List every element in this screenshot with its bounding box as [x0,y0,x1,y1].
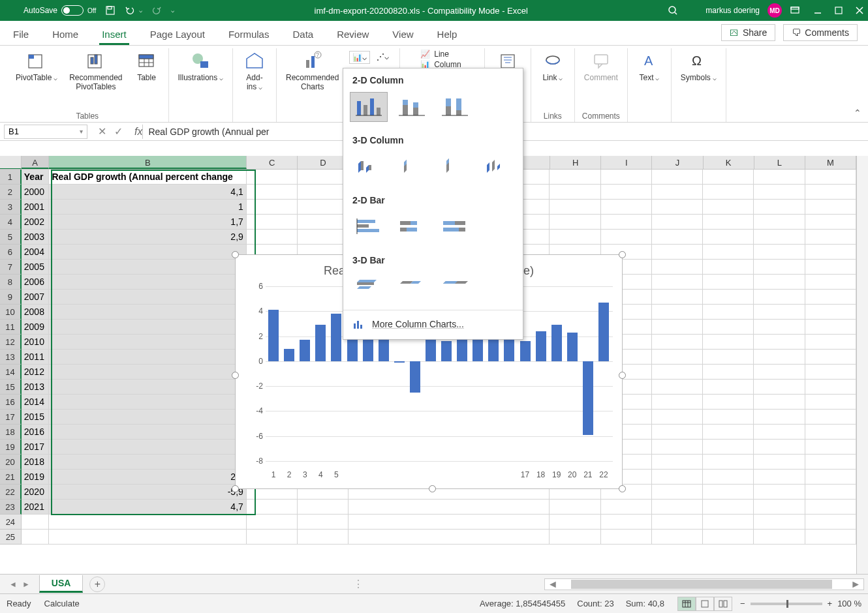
tab-help[interactable]: Help [435,29,460,45]
cell[interactable]: 2012 [22,365,50,380]
illustrations-button[interactable]: Illustrations [174,48,227,85]
vertical-scrollbar[interactable] [856,156,868,574]
clustered-bar-icon[interactable] [350,212,388,242]
close-icon[interactable] [855,6,864,15]
row-header[interactable]: 23 [0,500,22,515]
row-header[interactable]: 13 [0,350,22,365]
toggle-icon[interactable] [61,5,84,16]
avatar[interactable]: MD [767,3,782,18]
column-chart-dropdown[interactable]: 📊⌵ [349,51,370,64]
100-stacked-column-icon[interactable] [436,92,474,122]
cancel-formula-icon[interactable]: ✕ [98,125,106,138]
row-header[interactable]: 24 [0,515,22,530]
row-header[interactable]: 8 [0,275,22,290]
cell[interactable]: 2020 [22,485,50,500]
fx-icon[interactable]: fx [134,126,142,138]
cell[interactable] [49,395,246,410]
tab-file[interactable]: File [10,29,31,45]
more-column-charts-button[interactable]: More Column Charts... [343,312,523,336]
row-header[interactable]: 17 [0,410,22,425]
cell[interactable]: Year [22,170,50,185]
cell[interactable]: 2,3 [49,470,246,485]
cell[interactable]: 2000 [22,185,50,200]
cell[interactable]: -5,9 [49,485,246,500]
zoom-out-button[interactable]: − [740,599,745,608]
cell[interactable]: 2011 [22,350,50,365]
horizontal-scrollbar[interactable]: ◄► [544,578,864,590]
cell[interactable] [22,530,50,545]
row-header[interactable]: 1 [0,170,22,185]
cell[interactable] [49,380,246,395]
recommended-pivottables-button[interactable]: Recommended PivotTables [65,48,126,95]
column-header-L[interactable]: L [754,156,805,169]
cell[interactable]: 2015 [22,410,50,425]
3d-stacked-bar-icon[interactable] [393,272,431,302]
tab-review[interactable]: Review [334,29,371,45]
undo-icon[interactable] [125,5,135,16]
cell[interactable] [49,260,246,275]
row-header[interactable]: 18 [0,425,22,440]
cell[interactable] [49,305,246,320]
clustered-column-icon[interactable] [350,92,388,122]
100-stacked-bar-icon[interactable] [436,212,474,242]
3d-clustered-bar-icon[interactable] [350,272,388,302]
cell[interactable] [49,455,246,470]
cell[interactable]: 2,9 [49,230,246,245]
maximize-icon[interactable] [834,6,843,15]
row-header[interactable]: 9 [0,290,22,305]
sheet-nav-next-icon[interactable]: ► [22,580,30,589]
column-header-H[interactable]: H [550,156,601,169]
resize-handle[interactable] [619,372,626,379]
cell[interactable] [49,365,246,380]
cell[interactable] [49,440,246,455]
addins-button[interactable]: Add- ins [238,48,271,95]
column-header-A[interactable]: A [22,156,49,169]
select-all-corner[interactable] [0,156,22,169]
row-header[interactable]: 16 [0,395,22,410]
stacked-bar-icon[interactable] [393,212,431,242]
link-button[interactable]: Link [536,48,569,85]
column-header-C[interactable]: C [247,156,298,169]
cell[interactable] [49,515,246,530]
undo-dropdown[interactable]: ⌵ [139,7,142,14]
cell[interactable]: 2019 [22,470,50,485]
row-header[interactable]: 14 [0,365,22,380]
cell[interactable]: 2018 [22,455,50,470]
tab-formulas[interactable]: Formulas [226,29,272,45]
normal-view-icon[interactable] [677,597,696,611]
3d-column-icon[interactable] [478,152,516,182]
3d-clustered-column-icon[interactable] [350,152,388,182]
ribbon-display-icon[interactable] [790,5,800,16]
enter-formula-icon[interactable]: ✓ [114,125,123,138]
cell[interactable]: 1 [49,200,246,215]
3d-stacked-column-icon[interactable] [393,152,431,182]
cell[interactable]: 2001 [22,200,50,215]
cell[interactable]: 1,7 [49,215,246,230]
share-button[interactable]: ⮹Share [721,24,775,41]
row-header[interactable]: 3 [0,200,22,215]
search-icon[interactable] [668,5,678,16]
sheet-nav-prev-icon[interactable]: ◄ [9,580,17,589]
cell[interactable] [49,530,246,545]
resize-handle[interactable] [619,485,626,492]
tab-pagelayout[interactable]: Page Layout [147,29,208,45]
page-layout-view-icon[interactable] [696,597,714,611]
text-button[interactable]: AText [633,48,666,85]
row-header[interactable]: 20 [0,455,22,470]
row-header[interactable]: 11 [0,320,22,335]
resize-handle[interactable] [232,372,239,379]
column-header-I[interactable]: I [601,156,652,169]
resize-handle[interactable] [429,485,436,492]
cell[interactable]: 2003 [22,230,50,245]
row-header[interactable]: 21 [0,470,22,485]
redo-icon[interactable] [151,5,162,16]
cell[interactable] [49,320,246,335]
recommended-charts-button[interactable]: ?Recommended Charts [282,48,343,95]
zoom-in-button[interactable]: + [828,599,833,608]
row-header[interactable]: 2 [0,185,22,200]
row-header[interactable]: 4 [0,215,22,230]
comment-button[interactable]: Comment [580,48,622,85]
cell[interactable]: 4,7 [49,500,246,515]
column-header-D[interactable]: D [298,156,349,169]
cell[interactable] [49,245,246,260]
